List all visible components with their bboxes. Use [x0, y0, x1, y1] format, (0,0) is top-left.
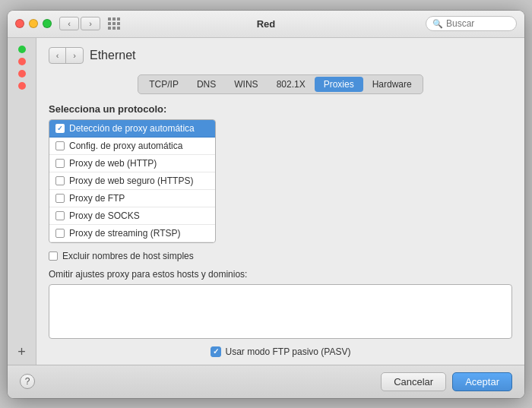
protocol-item-0[interactable]: Detección de proxy automática — [49, 120, 215, 138]
cancel-button[interactable]: Cancelar — [381, 372, 446, 391]
tab-hardware[interactable]: Hardware — [363, 77, 421, 92]
protocol-label-5: Proxy de SOCKS — [69, 210, 140, 221]
protocol-checkbox-6[interactable] — [55, 229, 65, 238]
protocol-item-3[interactable]: Proxy de web seguro (HTTPS) — [49, 172, 215, 190]
window-title: Red — [257, 18, 276, 30]
protocol-label-3: Proxy de web seguro (HTTPS) — [69, 176, 193, 186]
tab-dns[interactable]: DNS — [188, 77, 225, 92]
exclude-checkbox[interactable] — [49, 251, 58, 261]
ftp-checkbox[interactable] — [211, 346, 221, 357]
ftp-row: Usar modo FTP pasivo (PASV) — [49, 346, 512, 357]
search-input[interactable] — [446, 18, 507, 29]
protocol-checkbox-0[interactable] — [55, 124, 65, 133]
ftp-label: Usar modo FTP pasivo (PASV) — [226, 346, 351, 357]
protocol-item-5[interactable]: Proxy de SOCKS — [49, 207, 215, 225]
forward-button[interactable]: › — [81, 17, 100, 30]
exclude-row: Excluir nombres de host simples — [49, 251, 512, 261]
panel-title: Ethernet — [90, 49, 135, 62]
titlebar: ‹ › Red 🔍 — [8, 11, 524, 38]
protocol-checkbox-5[interactable] — [55, 211, 65, 220]
search-icon: 🔍 — [432, 19, 443, 29]
protocol-list: Detección de proxy automática Config. de… — [49, 119, 216, 243]
tab-wins[interactable]: WINS — [225, 77, 267, 92]
accept-button[interactable]: Aceptar — [452, 372, 512, 391]
sidebar-dot-green[interactable] — [18, 46, 26, 53]
help-button[interactable]: ? — [20, 374, 35, 389]
add-network-button[interactable]: + — [17, 345, 26, 359]
protocol-label-0: Detección de proxy automática — [69, 123, 195, 134]
protocol-item-2[interactable]: Proxy de web (HTTP) — [49, 155, 215, 172]
search-box[interactable]: 🔍 — [426, 16, 517, 31]
panel-forward-button[interactable]: › — [66, 48, 83, 63]
main-panel: ‹ › Ethernet TCP/IP DNS WINS 802.1X Prox… — [36, 38, 524, 365]
maximize-button[interactable] — [43, 19, 52, 28]
protocol-checkbox-2[interactable] — [55, 159, 65, 168]
protocol-checkbox-4[interactable] — [55, 194, 65, 203]
sidebar-dot-red-3[interactable] — [18, 82, 26, 90]
bottom-bar: ? Cancelar Aceptar — [8, 365, 524, 398]
bottom-buttons: Cancelar Aceptar — [381, 372, 512, 391]
tab-proxies[interactable]: Proxies — [315, 77, 363, 92]
content-area: + ‹ › Ethernet TCP/IP DNS WINS 802.1X Pr… — [8, 38, 524, 365]
panel-header: ‹ › Ethernet — [49, 47, 512, 64]
main-window: ‹ › Red 🔍 + ‹ › — [8, 11, 524, 398]
tab-8021x[interactable]: 802.1X — [268, 77, 315, 92]
omit-textarea[interactable] — [49, 284, 512, 339]
sidebar: + — [8, 38, 36, 365]
protocol-label-6: Proxy de streaming (RTSP) — [69, 228, 181, 239]
omit-label: Omitir ajustes proxy para estos hosts y … — [49, 269, 512, 280]
back-button[interactable]: ‹ — [59, 17, 79, 30]
back-forward-buttons: ‹ › — [49, 47, 84, 64]
close-button[interactable] — [15, 19, 24, 28]
protocol-item-6[interactable]: Proxy de streaming (RTSP) — [49, 225, 215, 242]
exclude-label: Excluir nombres de host simples — [62, 251, 194, 261]
protocol-item-1[interactable]: Config. de proxy automática — [49, 138, 215, 155]
panel-back-button[interactable]: ‹ — [49, 48, 66, 63]
protocol-checkbox-3[interactable] — [55, 176, 65, 185]
tabs: TCP/IP DNS WINS 802.1X Proxies Hardware — [138, 74, 423, 94]
tab-tcpip[interactable]: TCP/IP — [140, 77, 188, 92]
protocol-label-4: Proxy de FTP — [69, 193, 125, 204]
traffic-lights — [15, 19, 52, 28]
protocol-label-2: Proxy de web (HTTP) — [69, 158, 157, 169]
sidebar-dot-red-2[interactable] — [18, 70, 26, 77]
minimize-button[interactable] — [29, 19, 38, 28]
protocol-checkbox-1[interactable] — [55, 141, 65, 150]
nav-buttons: ‹ › — [59, 17, 100, 30]
protocol-section-label: Selecciona un protocolo: — [49, 103, 512, 115]
protocol-item-4[interactable]: Proxy de FTP — [49, 190, 215, 207]
app-grid-icon[interactable] — [108, 17, 120, 30]
sidebar-dot-red-1[interactable] — [18, 58, 26, 65]
protocol-label-1: Config. de proxy automática — [69, 141, 182, 151]
protocol-item-7[interactable]: Proxy de Gopher — [49, 242, 215, 243]
